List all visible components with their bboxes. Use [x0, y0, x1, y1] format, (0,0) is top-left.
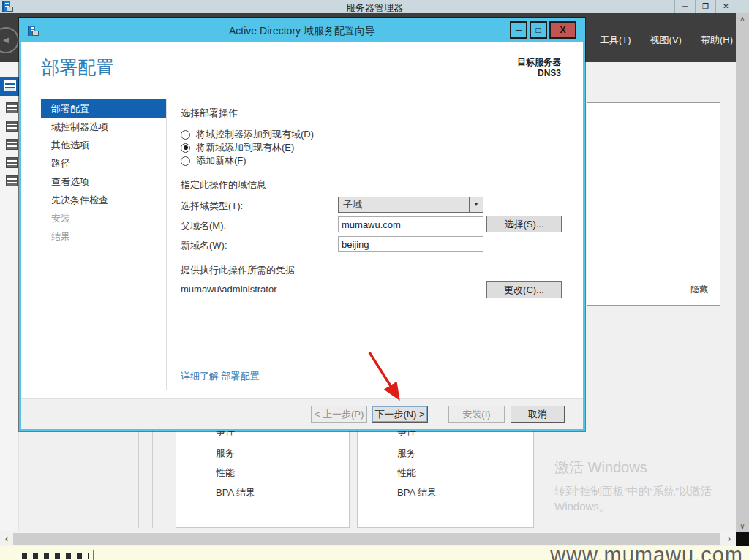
maximize-icon[interactable]: ❐ — [695, 0, 715, 13]
domain-type-label: 选择域类型(T): — [181, 200, 243, 213]
server-manager-titlebar: 服务器管理器 — [0, 0, 749, 13]
tile-row-services[interactable]: 服务 — [216, 447, 235, 458]
tile-row-bpa[interactable]: BPA 结果 — [397, 486, 437, 498]
scroll-down-icon[interactable]: ∨ — [736, 521, 749, 532]
nav-deployment-config[interactable]: 部署配置 — [41, 99, 166, 118]
file-storage-icon[interactable] — [6, 175, 18, 186]
credentials-value: mumawu\administrator — [181, 284, 277, 295]
radio-add-forest[interactable]: 添加新林(F) — [181, 155, 246, 167]
nav-installation: 安装 — [41, 209, 166, 227]
parent-domain-label: 父域名(M): — [181, 219, 226, 232]
install-button: 安装(I) — [448, 406, 505, 423]
new-domain-label: 新域名(W): — [181, 239, 227, 252]
local-server-icon[interactable] — [6, 102, 18, 113]
wizard-button-bar: < 上一步(P) 下一步(N) > 安装(I) 取消 — [21, 398, 583, 429]
wizard-close-icon[interactable]: X — [549, 21, 576, 39]
vertical-scrollbar[interactable]: ∧ ∨ — [736, 13, 749, 532]
radio-label: 将新域添加到现有林(E) — [196, 141, 294, 154]
tile-row-performance[interactable]: 性能 — [216, 466, 235, 478]
learn-more-link[interactable]: 详细了解 部署配置 — [181, 370, 260, 383]
dns-icon[interactable] — [6, 157, 18, 168]
cancel-button[interactable]: 取消 — [511, 406, 565, 423]
tile-row-bpa[interactable]: BPA 结果 — [216, 486, 255, 498]
scroll-left-icon[interactable]: ‹ — [0, 532, 13, 546]
minimize-icon[interactable]: ─ — [674, 0, 695, 13]
nav-additional-options[interactable]: 其他选项 — [41, 136, 166, 154]
page-title: 部署配置 — [41, 56, 114, 80]
adds-wizard-dialog: Active Directory 域服务配置向导 ─ □ X 目标服务器 DNS… — [19, 18, 585, 431]
site-watermark: www.mumawu.com — [550, 543, 743, 560]
scroll-up-icon[interactable]: ∧ — [736, 13, 749, 25]
wizard-maximize-icon[interactable]: □ — [530, 21, 547, 39]
nav-dc-options[interactable]: 域控制器选项 — [41, 118, 166, 136]
activation-watermark: 激活 Windows 转到“控制面板”中的“系统”以激活 Windows。 — [554, 458, 712, 514]
divider — [93, 550, 94, 560]
dashboard-icon — [4, 80, 16, 91]
radio-icon[interactable] — [181, 130, 190, 140]
wizard-body: 目标服务器 DNS3 部署配置 部署配置 域控制器选项 其他选项 路径 查看选项… — [21, 42, 583, 429]
menu-tools[interactable]: 工具(T) — [600, 34, 631, 47]
annotation-arrow — [347, 338, 421, 411]
menu-view[interactable]: 视图(V) — [650, 34, 682, 47]
operation-label: 选择部署操作 — [181, 107, 238, 120]
nav-prerequisites-check[interactable]: 先决条件检查 — [41, 191, 166, 209]
close-icon[interactable]: ✕ — [715, 0, 736, 13]
radio-checked-icon[interactable] — [181, 143, 190, 153]
domain-type-value: 子域 — [339, 197, 469, 212]
credentials-label: 提供执行此操作所需的凭据 — [181, 264, 295, 277]
back-icon[interactable]: ◄ — [0, 27, 19, 53]
notification-panel: 隐藏 — [587, 102, 720, 306]
activation-line2: 转到“控制面板”中的“系统”以激活 — [554, 483, 712, 499]
clipped-text-fragment — [22, 553, 89, 559]
tile-row-performance[interactable]: 性能 — [397, 466, 416, 478]
domain-type-select[interactable]: 子域 ▼ — [338, 197, 483, 213]
radio-label: 将域控制器添加到现有域(D) — [196, 128, 314, 141]
sidebar-item-dashboard[interactable] — [0, 77, 19, 96]
parent-domain-input[interactable] — [338, 216, 483, 232]
window-title: 服务器管理器 — [0, 1, 749, 15]
wizard-nav: 部署配置 域控制器选项 其他选项 路径 查看选项 先决条件检查 安装 结果 — [41, 99, 166, 246]
divider — [166, 99, 167, 390]
wizard-titlebar[interactable]: Active Directory 域服务配置向导 ─ □ X — [21, 20, 583, 42]
window-controls: ─ ❐ ✕ — [674, 0, 736, 13]
nav-results: 结果 — [41, 227, 166, 246]
radio-icon[interactable] — [181, 156, 190, 166]
new-domain-input[interactable] — [338, 236, 483, 252]
ad-ds-icon[interactable] — [6, 139, 18, 150]
radio-add-dc[interactable]: 将域控制器添加到现有域(D) — [181, 129, 314, 140]
activation-line3: Windows。 — [554, 499, 712, 514]
nav-paths[interactable]: 路径 — [41, 154, 166, 173]
all-servers-icon[interactable] — [6, 121, 18, 132]
wizard-minimize-icon[interactable]: ─ — [510, 21, 527, 39]
watermark-strip: www.mumawu.com — [0, 546, 749, 560]
tile-row-services[interactable]: 服务 — [397, 447, 416, 458]
wizard-title: Active Directory 域服务配置向导 — [21, 25, 583, 38]
nav-review-options[interactable]: 查看选项 — [41, 173, 166, 191]
radio-label: 添加新林(F) — [196, 154, 246, 167]
chevron-down-icon[interactable]: ▼ — [469, 197, 483, 212]
activation-line1: 激活 Windows — [554, 458, 712, 477]
select-button[interactable]: 选择(S)... — [486, 216, 562, 232]
server-manager-sidebar — [0, 62, 19, 531]
menu-help[interactable]: 帮助(H) — [701, 34, 733, 47]
hide-link[interactable]: 隐藏 — [690, 284, 708, 296]
domain-info-label: 指定此操作的域信息 — [181, 178, 266, 192]
change-button[interactable]: 更改(C)... — [486, 281, 562, 298]
radio-add-domain[interactable]: 将新域添加到现有林(E) — [181, 142, 294, 154]
